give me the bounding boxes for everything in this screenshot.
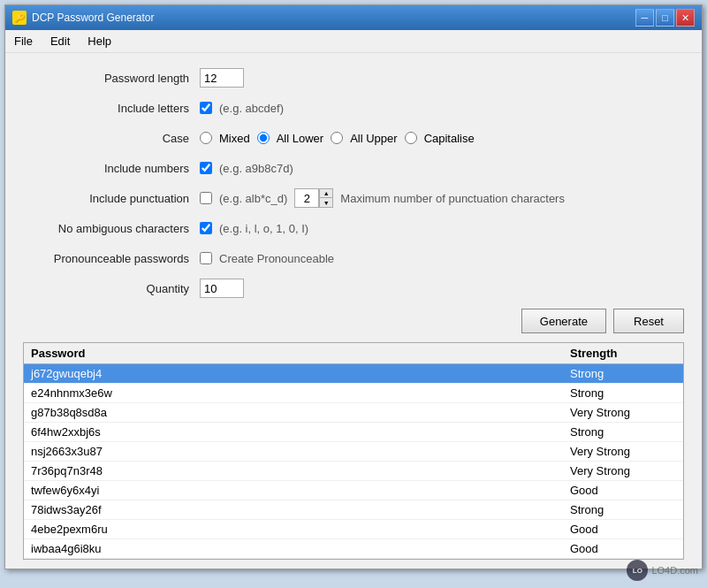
password-cell: 4ebe2pexm6ru [31, 523, 570, 536]
reset-button[interactable]: Reset [613, 309, 684, 333]
pronounceable-checkbox[interactable] [200, 252, 212, 264]
password-length-input[interactable] [200, 68, 244, 88]
table-row[interactable]: g87b38q8sd8aVery Strong [24, 403, 683, 423]
password-length-row: Password length [23, 66, 684, 89]
include-letters-label: Include letters [23, 102, 200, 115]
pronounceable-row: Pronounceable passwords Create Pronounce… [23, 247, 684, 270]
title-bar-left: 🔑 DCP Password Generator [12, 11, 155, 25]
main-content: Password length Include letters (e.g. ab… [5, 53, 702, 569]
no-ambiguous-hint: (e.g. i, l, o, 1, 0, I) [219, 222, 308, 235]
no-ambiguous-label: No ambiguous characters [23, 222, 200, 235]
minimize-button[interactable]: ─ [635, 9, 654, 27]
case-label: Case [23, 132, 200, 145]
menu-help[interactable]: Help [79, 32, 120, 50]
window-controls: ─ □ ✕ [635, 9, 695, 27]
watermark-logo: LO [627, 560, 648, 581]
password-cell: 6f4hw2xxbj6s [31, 425, 570, 439]
strength-cell: Strong [570, 425, 676, 439]
include-numbers-row: Include numbers (e.g. a9b8c7d) [23, 157, 684, 179]
main-window: 🔑 DCP Password Generator ─ □ ✕ File Edit… [4, 4, 703, 569]
case-capitalise-radio[interactable] [405, 132, 417, 144]
case-allupper-radio[interactable] [331, 132, 343, 144]
strength-cell: Strong [570, 386, 676, 400]
strength-cell: Very Strong [570, 406, 676, 419]
no-ambiguous-checkbox[interactable] [200, 222, 212, 234]
case-capitalise-label: Capitalise [424, 132, 475, 145]
button-row: Generate Reset [23, 300, 684, 342]
include-letters-hint: (e.g. abcdef) [219, 102, 284, 115]
settings-form: Password length Include letters (e.g. ab… [23, 66, 684, 300]
case-mixed-radio[interactable] [200, 132, 212, 144]
quantity-controls [200, 279, 244, 298]
table-row[interactable]: j672gwuqebj4Strong [24, 364, 683, 384]
include-punctuation-hint: (e.g. alb*c_d) [219, 192, 287, 205]
menu-file[interactable]: File [5, 32, 42, 50]
quantity-input[interactable] [200, 279, 244, 298]
password-cell: g87b38q8sd8a [31, 406, 570, 419]
include-punctuation-label: Include punctuation [23, 192, 200, 205]
menu-bar: File Edit Help [5, 30, 702, 53]
table-row[interactable]: 7r36pq7n3r48Very Strong [24, 462, 683, 481]
table-row[interactable]: 6f4hw2xxbj6sStrong [24, 423, 683, 442]
watermark: LO LO4D.com [627, 560, 698, 581]
case-controls: Mixed All Lower All Upper Capitalise [200, 132, 475, 145]
include-punctuation-checkbox[interactable] [200, 192, 212, 204]
punctuation-max-label: Maximum number of punctuation characters [340, 192, 565, 205]
app-icon: 🔑 [12, 11, 27, 25]
password-table: Password Strength j672gwuqebj4Stronge24n… [23, 342, 684, 560]
col-strength-header: Strength [570, 347, 676, 360]
close-button[interactable]: ✕ [676, 9, 695, 27]
no-ambiguous-row: No ambiguous characters (e.g. i, l, o, 1… [23, 217, 684, 240]
table-row[interactable]: iwbaa4g6i8kuGood [24, 539, 683, 559]
spinner-down-button[interactable]: ▼ [320, 198, 332, 207]
password-length-controls [200, 68, 244, 88]
punctuation-count-input[interactable] [294, 188, 319, 208]
strength-cell: Strong [570, 503, 676, 516]
spinner-up-button[interactable]: ▲ [320, 189, 332, 198]
password-cell: e24nhnmx3e6w [31, 386, 570, 400]
quantity-row: Quantity [23, 277, 684, 300]
include-numbers-controls: (e.g. a9b8c7d) [200, 162, 293, 175]
pronounceable-hint: Create Pronounceable [219, 252, 334, 265]
strength-cell: Very Strong [570, 445, 676, 458]
case-alllower-radio[interactable] [257, 132, 270, 144]
window-title: DCP Password Generator [32, 11, 155, 24]
include-letters-row: Include letters (e.g. abcdef) [23, 96, 684, 119]
restore-button[interactable]: □ [656, 9, 674, 27]
strength-cell: Good [570, 484, 676, 497]
include-letters-controls: (e.g. abcdef) [200, 102, 284, 115]
punctuation-spinner: ▲ ▼ [294, 188, 333, 208]
strength-cell: Strong [570, 367, 676, 380]
generate-button[interactable]: Generate [521, 309, 606, 333]
no-ambiguous-controls: (e.g. i, l, o, 1, 0, I) [200, 222, 308, 235]
col-password-header: Password [31, 347, 570, 360]
case-mixed-label: Mixed [219, 132, 250, 145]
password-cell: 78idws3ay26f [31, 503, 570, 516]
table-body: j672gwuqebj4Stronge24nhnmx3e6wStrongg87b… [24, 364, 683, 559]
table-row[interactable]: nsj2663x3u87Very Strong [24, 442, 683, 462]
include-punctuation-controls: (e.g. alb*c_d) ▲ ▼ Maximum number of pun… [200, 188, 565, 208]
case-row: Case Mixed All Lower All Upper Capitalis… [23, 126, 684, 149]
table-header: Password Strength [24, 343, 683, 364]
include-numbers-hint: (e.g. a9b8c7d) [219, 162, 293, 175]
password-length-label: Password length [23, 72, 200, 85]
include-letters-checkbox[interactable] [200, 102, 212, 114]
include-punctuation-row: Include punctuation (e.g. alb*c_d) ▲ ▼ M… [23, 187, 684, 210]
password-cell: j672gwuqebj4 [31, 367, 570, 380]
password-cell: twfew6y6x4yi [31, 484, 570, 497]
include-numbers-label: Include numbers [23, 162, 200, 175]
case-allupper-label: All Upper [350, 132, 397, 145]
password-cell: iwbaa4g6i8ku [31, 542, 570, 555]
pronounceable-controls: Create Pronounceable [200, 252, 334, 265]
table-row[interactable]: 78idws3ay26fStrong [24, 500, 683, 520]
password-cell: nsj2663x3u87 [31, 445, 570, 458]
case-alllower-label: All Lower [277, 132, 323, 145]
menu-edit[interactable]: Edit [42, 32, 79, 50]
include-numbers-checkbox[interactable] [200, 162, 212, 174]
password-cell: 7r36pq7n3r48 [31, 464, 570, 477]
strength-cell: Good [570, 523, 676, 536]
table-row[interactable]: 4ebe2pexm6ruGood [24, 520, 683, 539]
pronounceable-label: Pronounceable passwords [23, 252, 200, 265]
table-row[interactable]: e24nhnmx3e6wStrong [24, 384, 683, 403]
table-row[interactable]: twfew6y6x4yiGood [24, 481, 683, 500]
